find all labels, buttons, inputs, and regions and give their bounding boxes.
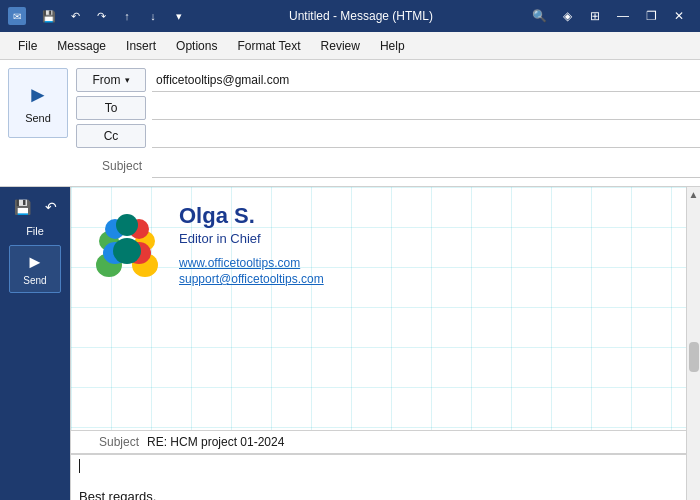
subject-input[interactable] bbox=[152, 154, 700, 178]
bottom-subject-value: RE: HCM project 01-2024 bbox=[147, 435, 284, 449]
left-sidebar: 💾 ↶ File ► Send bbox=[0, 187, 70, 500]
vertical-scrollbar[interactable]: ▲ ▼ bbox=[686, 187, 700, 500]
subject-label: Subject bbox=[76, 159, 146, 173]
from-button[interactable]: From ▾ bbox=[76, 68, 146, 92]
main-area: 💾 ↶ File ► Send bbox=[0, 187, 700, 500]
signature-text: Olga S. Editor in Chief www.officetoolti… bbox=[179, 203, 324, 286]
restore-button[interactable]: ❐ bbox=[638, 3, 664, 29]
search-icon[interactable]: 🔍 bbox=[526, 3, 552, 29]
scroll-thumb[interactable] bbox=[689, 342, 699, 372]
menu-bar: File Message Insert Options Format Text … bbox=[0, 32, 700, 60]
menu-file[interactable]: File bbox=[8, 35, 47, 57]
down-icon[interactable]: ↓ bbox=[142, 5, 164, 27]
cc-label: Cc bbox=[76, 124, 146, 148]
signature-content: Olga S. Editor in Chief www.officetoolti… bbox=[87, 203, 670, 286]
sidebar-send-label: Send bbox=[23, 275, 46, 286]
bottom-subject-row: Subject RE: HCM project 01-2024 bbox=[71, 431, 686, 454]
sig-email[interactable]: support@officetooltips.com bbox=[179, 272, 324, 286]
menu-insert[interactable]: Insert bbox=[116, 35, 166, 57]
send-button[interactable]: ► Send bbox=[8, 68, 68, 138]
compose-header: ► Send From ▾ officetooltips@gmail.com T… bbox=[0, 60, 700, 187]
from-chevron: ▾ bbox=[125, 75, 130, 85]
send-label: Send bbox=[25, 112, 51, 124]
more-icon[interactable]: ▾ bbox=[168, 5, 190, 27]
sidebar-save-icon[interactable]: 💾 bbox=[10, 197, 35, 217]
close-button[interactable]: ✕ bbox=[666, 3, 692, 29]
from-label: From bbox=[93, 73, 121, 87]
minimize-button[interactable]: — bbox=[610, 3, 636, 29]
svg-point-9 bbox=[113, 238, 141, 264]
up-icon[interactable]: ↑ bbox=[116, 5, 138, 27]
to-input[interactable] bbox=[152, 96, 700, 120]
avatar bbox=[87, 203, 167, 283]
sidebar-file-label[interactable]: File bbox=[26, 225, 44, 237]
from-value: officetooltips@gmail.com bbox=[152, 68, 700, 92]
diamond-icon[interactable]: ◈ bbox=[554, 3, 580, 29]
to-row: To bbox=[76, 96, 700, 120]
undo-icon[interactable]: ↶ bbox=[64, 5, 86, 27]
sig-name: Olga S. bbox=[179, 203, 324, 229]
sidebar-send-button[interactable]: ► Send bbox=[9, 245, 61, 293]
send-icon: ► bbox=[27, 82, 49, 108]
to-label: To bbox=[76, 96, 146, 120]
menu-options[interactable]: Options bbox=[166, 35, 227, 57]
svg-point-8 bbox=[116, 214, 138, 236]
sidebar-send-icon: ► bbox=[26, 252, 44, 273]
cc-row: Cc bbox=[76, 124, 700, 148]
bottom-strip: Subject RE: HCM project 01-2024 Best reg… bbox=[71, 430, 686, 500]
address-fields: From ▾ officetooltips@gmail.com To Cc Su… bbox=[76, 68, 700, 178]
window-title: Untitled - Message (HTML) bbox=[196, 9, 526, 23]
sig-website[interactable]: www.officetooltips.com bbox=[179, 256, 324, 270]
sidebar-undo-icon[interactable]: ↶ bbox=[41, 197, 61, 217]
cc-input[interactable] bbox=[152, 124, 700, 148]
bottom-subject-label: Subject bbox=[79, 435, 139, 449]
body-area: Olga S. Editor in Chief www.officetoolti… bbox=[70, 187, 686, 500]
grid-icon[interactable]: ⊞ bbox=[582, 3, 608, 29]
signature-area: Olga S. Editor in Chief www.officetoolti… bbox=[71, 187, 686, 430]
from-row: From ▾ officetooltips@gmail.com bbox=[76, 68, 700, 92]
menu-message[interactable]: Message bbox=[47, 35, 116, 57]
text-cursor bbox=[79, 459, 80, 473]
menu-review[interactable]: Review bbox=[311, 35, 370, 57]
menu-help[interactable]: Help bbox=[370, 35, 415, 57]
reply-area[interactable]: Best regards, Olga S. bbox=[71, 454, 686, 500]
sig-title: Editor in Chief bbox=[179, 231, 324, 246]
redo-icon[interactable]: ↷ bbox=[90, 5, 112, 27]
subject-row: Subject bbox=[76, 154, 700, 178]
quick-access-toolbar: 💾 ↶ ↷ ↑ ↓ ▾ bbox=[32, 1, 196, 31]
scroll-up-arrow[interactable]: ▲ bbox=[687, 187, 700, 202]
best-regards-text: Best regards, bbox=[79, 489, 678, 500]
menu-format-text[interactable]: Format Text bbox=[227, 35, 310, 57]
title-bar-left: ✉ 💾 ↶ ↷ ↑ ↓ ▾ bbox=[8, 1, 196, 31]
app-icon: ✉ bbox=[8, 7, 26, 25]
save-icon[interactable]: 💾 bbox=[38, 5, 60, 27]
title-bar: ✉ 💾 ↶ ↷ ↑ ↓ ▾ Untitled - Message (HTML) … bbox=[0, 0, 700, 32]
window-controls: 🔍 ◈ ⊞ — ❐ ✕ bbox=[526, 3, 692, 29]
